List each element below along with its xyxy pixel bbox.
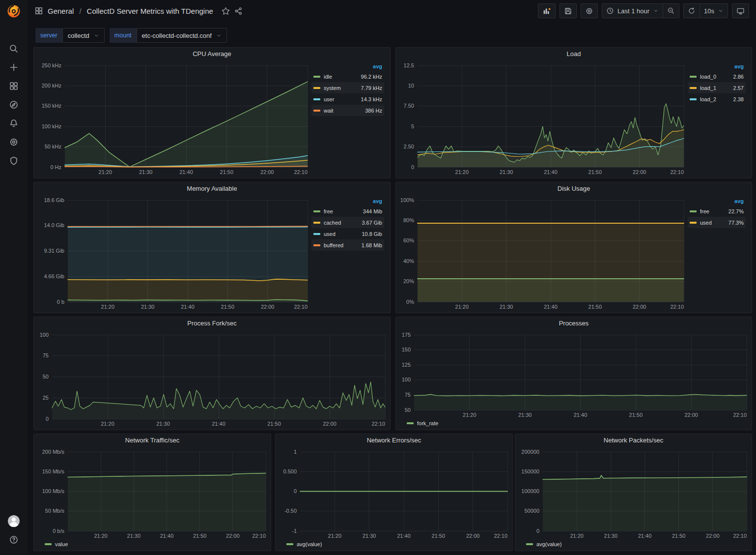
svg-text:21:50: 21:50 <box>588 169 602 175</box>
svg-text:21:30: 21:30 <box>139 169 153 175</box>
legend-item[interactable]: idle96.2 kHz <box>311 71 384 82</box>
user-avatar[interactable] <box>4 512 24 530</box>
svg-text:22:10: 22:10 <box>371 421 385 427</box>
panel-title[interactable]: Disk Usage <box>396 182 752 195</box>
panel-load: Load 02.5057.501012.521:2021:3021:4021:5… <box>395 47 752 178</box>
svg-text:22:00: 22:00 <box>260 169 274 175</box>
sidebar-dashboards-icon[interactable] <box>4 77 24 95</box>
sidebar-explore-icon[interactable] <box>4 95 24 114</box>
grafana-logo[interactable] <box>5 3 22 20</box>
legend-item[interactable]: avg(value) <box>526 541 561 547</box>
panel-title[interactable]: Network Packets/sec <box>515 434 752 447</box>
panel-title[interactable]: Memory Available <box>34 182 390 195</box>
panel-title[interactable]: CPU Average <box>34 48 390 60</box>
svg-text:21:50: 21:50 <box>267 421 281 427</box>
svg-text:21:30: 21:30 <box>604 533 618 539</box>
legend-item[interactable]: avg(value) <box>286 541 322 547</box>
legend-item[interactable]: cached3.67 Gib <box>311 217 384 228</box>
legend: avgfree22.7%used77.3% <box>687 195 750 312</box>
legend: avg(value) <box>517 541 750 550</box>
legend-item[interactable]: system7.79 kHz <box>311 82 384 93</box>
legend-item[interactable]: load_22.38 <box>688 93 746 105</box>
svg-text:21:30: 21:30 <box>156 421 170 427</box>
svg-text:25: 25 <box>43 395 49 401</box>
svg-text:12.5: 12.5 <box>404 62 414 68</box>
chart-canvas[interactable]: 025507510021:2021:3021:4021:5022:0022:10 <box>36 330 388 429</box>
svg-text:10: 10 <box>408 83 414 88</box>
panel-title[interactable]: Network Errors/sec <box>276 434 512 447</box>
chart-canvas[interactable]: 0 b/s50 Mb/s100 Mb/s150 Mb/s200 Mb/s21:2… <box>36 447 269 541</box>
svg-text:21:40: 21:40 <box>574 412 588 418</box>
dashboard-settings-button[interactable] <box>581 3 598 18</box>
save-dashboard-button[interactable] <box>560 3 577 18</box>
panel-title[interactable]: Processes <box>396 317 752 330</box>
chart-canvas[interactable]: 02.5057.501012.521:2021:3021:4021:5022:0… <box>398 60 687 177</box>
series-color-swatch <box>690 210 697 212</box>
svg-text:21:30: 21:30 <box>518 412 532 418</box>
legend-item[interactable]: wait386 Hz <box>311 105 384 116</box>
svg-text:100: 100 <box>40 332 49 338</box>
series-color-swatch <box>526 543 533 545</box>
panel-title[interactable]: Network Traffic/sec <box>34 434 271 447</box>
legend-item[interactable]: fork_rate <box>407 420 438 426</box>
svg-text:18.6 Gib: 18.6 Gib <box>44 197 64 203</box>
legend: avgload_02.86load_12.57load_22.38 <box>687 60 750 177</box>
legend-item[interactable]: free22.7% <box>688 205 746 217</box>
chart-canvas[interactable]: 507510012515017521:2021:3021:4021:5022:0… <box>398 330 750 420</box>
time-range-picker[interactable]: Last 1 hour <box>602 3 663 18</box>
top-nav: General / CollectD Server Metrics with T… <box>28 0 756 22</box>
breadcrumb-folder[interactable]: General <box>48 7 74 15</box>
time-range-label: Last 1 hour <box>617 7 649 15</box>
sidebar-search-icon[interactable] <box>4 39 24 58</box>
sidebar-configuration-icon[interactable] <box>4 133 24 151</box>
svg-text:60%: 60% <box>403 237 414 243</box>
chart-canvas[interactable]: 0%20%40%60%80%100%21:2021:3021:4021:5022… <box>398 195 687 312</box>
panel-process-fork: Process Fork/sec 025507510021:2021:3021:… <box>33 317 391 430</box>
svg-text:21:50: 21:50 <box>672 533 686 539</box>
sidebar-create-icon[interactable] <box>4 58 24 77</box>
add-panel-button[interactable] <box>538 3 556 18</box>
svg-text:21:20: 21:20 <box>101 304 115 310</box>
chart-canvas[interactable]: 0 b4.66 Gib9.31 Gib14.0 Gib18.6 Gib21:20… <box>36 195 310 312</box>
svg-text:21:40: 21:40 <box>397 533 411 539</box>
legend-item[interactable]: load_12.57 <box>688 82 746 93</box>
svg-text:14.0 Gib: 14.0 Gib <box>44 222 64 228</box>
zoom-out-button[interactable] <box>663 3 679 18</box>
svg-text:22:10: 22:10 <box>733 533 747 539</box>
legend-item[interactable]: value <box>45 541 68 547</box>
share-icon[interactable] <box>234 7 243 15</box>
legend-item[interactable]: load_02.86 <box>688 71 746 82</box>
legend-item[interactable]: buffered1.68 Mib <box>311 239 384 251</box>
svg-text:5: 5 <box>411 123 414 129</box>
dashboard-grid-icon <box>34 6 43 15</box>
legend-item[interactable]: user14.3 kHz <box>311 93 384 105</box>
sidebar-server-admin-icon[interactable] <box>4 151 24 170</box>
sidebar-help-icon[interactable] <box>4 530 24 549</box>
refresh-button[interactable] <box>683 3 700 18</box>
legend: avgfree344 Mibcached3.67 Gibused10.8 Gib… <box>310 195 388 312</box>
dashboard-title[interactable]: CollectD Server Metrics with TDengine <box>87 7 213 15</box>
panel-title[interactable]: Load <box>396 48 752 60</box>
sidebar-alerting-icon[interactable] <box>4 114 24 133</box>
kiosk-mode-button[interactable] <box>732 3 749 18</box>
svg-text:0 Hz: 0 Hz <box>50 164 61 170</box>
legend-item[interactable]: used77.3% <box>688 217 746 228</box>
svg-text:50 Mb/s: 50 Mb/s <box>45 508 65 514</box>
star-icon[interactable] <box>222 7 230 15</box>
svg-text:22:10: 22:10 <box>733 412 747 418</box>
svg-text:20%: 20% <box>403 278 414 284</box>
panel-title[interactable]: Process Fork/sec <box>34 317 390 330</box>
chart-canvas[interactable]: 05000010000015000020000021:2021:3021:402… <box>517 447 750 541</box>
svg-text:100 kHz: 100 kHz <box>42 123 61 129</box>
legend-item[interactable]: free344 Mib <box>311 205 384 217</box>
refresh-interval-dropdown[interactable]: 10s <box>700 3 728 18</box>
legend-item[interactable]: used10.8 Gib <box>311 228 384 239</box>
variable-server-select[interactable]: collectd <box>62 28 105 43</box>
chart-canvas[interactable]: 0 Hz50 kHz100 kHz150 kHz200 kHz250 kHz21… <box>36 60 310 177</box>
series-color-swatch <box>313 76 320 78</box>
variable-mount-select[interactable]: etc-collectd-collectd.conf <box>137 28 227 43</box>
chart-canvas[interactable]: -1-0.5000.500121:2021:3021:4021:5022:002… <box>278 447 510 541</box>
series-color-swatch <box>313 210 320 212</box>
variable-mount: mount etc-collectd-collectd.conf <box>110 28 227 43</box>
series-color-swatch <box>690 76 697 78</box>
